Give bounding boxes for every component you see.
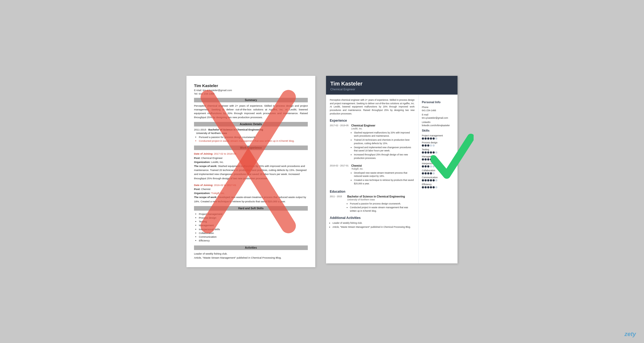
plain-activities-text: Leader of weekly fishing club. Article, … xyxy=(194,252,308,260)
skill-row-7: Efficiency xyxy=(422,183,454,188)
styled-job2-b1: Developed new waste-stream treatment pro… xyxy=(354,171,415,178)
skill-dot-2-4 xyxy=(433,151,435,154)
skill-dot-1-1 xyxy=(425,144,427,147)
skill-row-4: Interpersonal skills xyxy=(422,162,454,167)
plain-skill-1: Project management xyxy=(199,212,308,216)
skill-dot-2-2 xyxy=(427,151,429,154)
skill-name-4: Interpersonal skills xyxy=(422,162,454,165)
styled-exp-title: Experience xyxy=(330,119,415,122)
styled-main-col: Perceptive chemical engineer with 2+ yea… xyxy=(326,95,419,263)
styled-edu1-degree: Bachelor of Science in Chemical Engineer… xyxy=(347,195,415,198)
styled-job2-title: Chemist xyxy=(351,164,415,167)
skill-dot-4-3 xyxy=(430,165,432,167)
skill-dot-5-4 xyxy=(433,172,435,174)
sidebar-phone-value: 641-234-1466 xyxy=(422,109,454,112)
plain-name: Tim Kasteler xyxy=(194,83,308,88)
plain-academic-header: Academic Details xyxy=(194,122,308,126)
skills-container: Project managementProcess designTestingM… xyxy=(422,134,454,188)
skill-dot-7-3 xyxy=(430,186,432,188)
plain-activities-header: Activities xyxy=(194,245,308,250)
styled-sidebar: Personal Info Phone 641-234-1466 E-mail … xyxy=(419,95,458,263)
styled-name: Tim Kasteler xyxy=(330,81,453,87)
styled-edu1-date: 2011 - 2015 xyxy=(330,195,345,213)
sidebar-linkedin-value: linkedin.com/in/timqkasteler xyxy=(422,124,454,127)
plain-summary-text: Perceptive chemical engineer with 2+ yea… xyxy=(194,104,308,119)
plain-skill-8: Efficiency xyxy=(199,239,308,243)
skill-row-0: Project management xyxy=(422,134,454,140)
skill-dot-3-0 xyxy=(422,158,424,161)
skill-row-6: Communication xyxy=(422,176,454,181)
resume-styled: Tim Kasteler Chemical Engineer Perceptiv… xyxy=(326,76,458,263)
skill-name-1: Process design xyxy=(422,141,454,144)
plain-skill-3: Testing xyxy=(199,220,308,223)
styled-job1-title: Chemical Engineer xyxy=(351,124,415,127)
skill-dots-2 xyxy=(422,151,454,154)
styled-job2-bullets: Developed new waste-stream treatment pro… xyxy=(351,171,415,185)
styled-edu1-b1: Pursued a passion for process design cou… xyxy=(350,202,415,206)
skill-dots-4 xyxy=(422,165,454,167)
plain-email: E-Mail: tim.q.kasteler@gmail.com xyxy=(194,89,308,92)
skill-dot-7-0 xyxy=(422,186,424,188)
skill-dot-4-2 xyxy=(427,165,429,167)
plain-skill-4: Management xyxy=(199,223,308,227)
skill-dot-3-3 xyxy=(430,158,432,161)
plain-skill-6: Collaboration xyxy=(199,231,308,235)
plain-acad-bullet-1: Pursued a passion for process design cou… xyxy=(199,135,308,139)
skill-dot-6-3 xyxy=(430,179,432,181)
styled-job1-b2: Trained 20 technicians and chemists in p… xyxy=(354,138,415,145)
styled-job1-b3: Designed and implemented new changeover … xyxy=(354,146,415,153)
skill-dot-0-0 xyxy=(422,137,424,140)
skill-dot-6-1 xyxy=(425,179,427,181)
skill-name-6: Communication xyxy=(422,176,454,179)
skill-dot-6-4 xyxy=(433,179,435,181)
styled-edu-title: Education xyxy=(330,190,415,193)
skill-dot-6-0 xyxy=(422,179,424,181)
skill-name-5: Collaboration xyxy=(422,169,454,172)
styled-edu1-b2: Conducted project in waste stream manage… xyxy=(350,206,415,213)
skill-dot-3-4 xyxy=(433,158,435,161)
skill-dot-3-2 xyxy=(427,158,429,161)
skill-row-2: Testing xyxy=(422,148,454,154)
sidebar-email-value: tim.q.kasteler@gmail.com xyxy=(422,117,454,119)
styled-act-bullets: Leader of weekly fishing club. Article, … xyxy=(330,221,415,229)
styled-act-b1: Leader of weekly fishing club. xyxy=(332,221,415,225)
skill-dot-4-1 xyxy=(425,165,427,167)
skill-dots-6 xyxy=(422,179,454,181)
plain-academic-uni: University of Northern Iowa xyxy=(194,132,308,135)
styled-act-title: Additional Activities xyxy=(330,216,415,220)
plain-work-header: Work Experience xyxy=(194,146,308,150)
skill-dot-4-0 xyxy=(422,165,424,167)
styled-job1-b1: Slashed equipment malfunctions by 20% wi… xyxy=(354,131,415,138)
styled-job2-date: 2016-02 - 2017-01 xyxy=(330,164,349,186)
styled-job1-bullets: Slashed equipment malfunctions by 20% wi… xyxy=(351,131,415,160)
skill-dot-2-5 xyxy=(435,151,437,154)
styled-header: Tim Kasteler Chemical Engineer xyxy=(326,76,458,95)
skill-dots-5 xyxy=(422,172,454,174)
styled-job1-content: Chemical Engineer Lesiliti, Inc. Slashed… xyxy=(351,124,415,161)
plain-skill-5: Interpersonal skills xyxy=(199,228,308,231)
zety-watermark: zety xyxy=(624,331,636,338)
plain-academic-bullets: Pursued a passion for process design cou… xyxy=(194,135,308,143)
styled-job1-b4: Increased throughput 25% through design … xyxy=(354,153,415,160)
skill-dot-3-1 xyxy=(425,158,427,161)
sidebar-phone-label: Phone xyxy=(422,106,454,109)
skill-dot-7-1 xyxy=(425,186,427,188)
styled-edu1-content: Bachelor of Science in Chemical Engineer… xyxy=(347,195,415,213)
styled-act-b2: Article, "Waste Stream Management" publi… xyxy=(332,225,415,229)
skill-dot-7-4 xyxy=(433,186,435,188)
skill-dots-1 xyxy=(422,144,454,147)
styled-edu1-uni: University of Northern Iowa xyxy=(347,198,415,201)
plain-acad-bullet-2: Conducted project in waste stream manage… xyxy=(199,139,308,143)
skill-dot-4-4 xyxy=(433,165,435,167)
plain-skills-header: Hard and Soft Skills xyxy=(194,206,308,211)
skill-dot-6-2 xyxy=(427,179,429,181)
plain-skill-7: Communication xyxy=(199,235,308,239)
styled-title: Chemical Engineer xyxy=(330,88,453,91)
skill-dot-1-3 xyxy=(430,144,432,147)
skill-dot-0-3 xyxy=(430,137,432,140)
page-container: Tim Kasteler E-Mail: tim.q.kasteler@gmai… xyxy=(186,76,458,267)
sidebar-personal-title: Personal Info xyxy=(422,100,454,104)
styled-job-2: 2016-02 - 2017-01 Chemist Trukgill, Inc.… xyxy=(330,164,415,186)
plain-summary-header: Summary xyxy=(194,98,308,102)
styled-job1-date: 2017-02 - 2019-05 xyxy=(330,124,349,161)
